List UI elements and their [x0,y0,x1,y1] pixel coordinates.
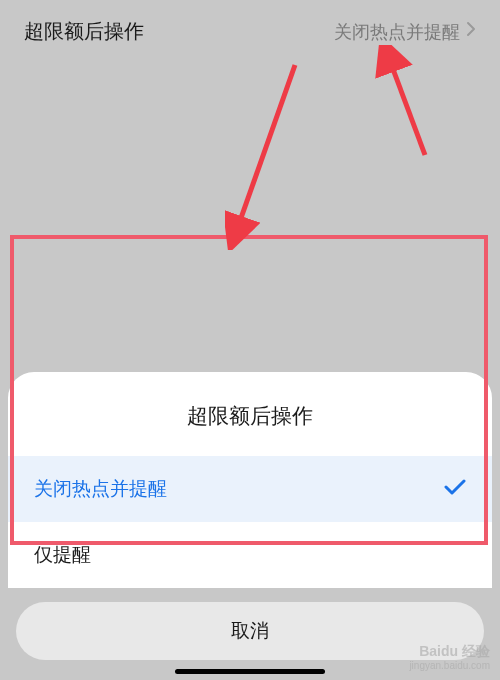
watermark: Baidu 经验 jingyan.baidu.com [409,643,490,672]
home-indicator [175,669,325,674]
action-sheet-title: 超限额后操作 [8,372,492,456]
svg-line-1 [387,53,425,155]
settings-row-overlimit[interactable]: 超限额后操作 关闭热点并提醒 [0,0,500,63]
watermark-url: jingyan.baidu.com [409,660,490,672]
action-sheet-body: 超限额后操作 关闭热点并提醒 仅提醒 [8,372,492,588]
chevron-right-icon [466,21,476,42]
option-remind-only[interactable]: 仅提醒 [8,522,492,588]
settings-row-value-text: 关闭热点并提醒 [334,20,460,44]
annotation-arrow-icon [375,45,435,165]
settings-row-label: 超限额后操作 [24,18,144,45]
option-close-and-remind[interactable]: 关闭热点并提醒 [8,456,492,522]
cancel-button-label: 取消 [231,620,269,641]
option-label: 关闭热点并提醒 [34,476,167,502]
annotation-arrow-icon [225,60,305,250]
watermark-brand: Baidu 经验 [409,643,490,660]
action-sheet: 超限额后操作 关闭热点并提醒 仅提醒 取消 [0,372,500,680]
check-icon [444,478,466,501]
option-label: 仅提醒 [34,542,91,568]
settings-row-value: 关闭热点并提醒 [334,20,476,44]
svg-line-0 [235,65,295,235]
